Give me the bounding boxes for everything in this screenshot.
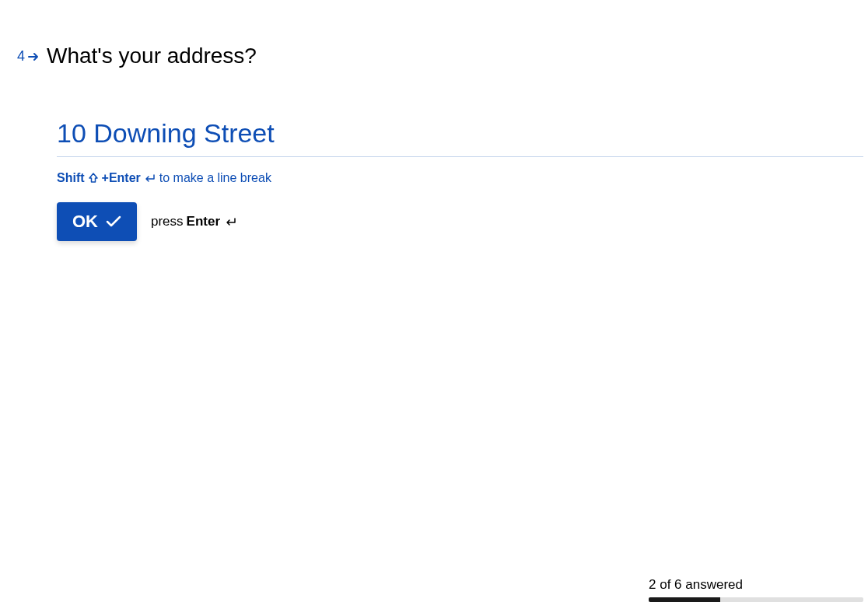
ok-button-label: OK — [72, 212, 98, 232]
question-container: 4 What's your address? Shift + Enter — [0, 0, 868, 241]
answer-area: Shift + Enter to make a line break OK — [57, 118, 863, 241]
check-icon — [106, 215, 121, 228]
press-enter-hint: press Enter — [151, 214, 237, 229]
hint-enter-word: Enter — [109, 171, 141, 185]
progress-label: 2 of 6 answered — [649, 577, 863, 593]
enter-word: Enter — [187, 214, 220, 229]
address-input[interactable] — [57, 118, 863, 157]
progress-fill — [649, 597, 720, 602]
action-row: OK press Enter — [57, 202, 863, 241]
progress-footer: 2 of 6 answered — [649, 577, 863, 602]
enter-icon — [144, 173, 156, 183]
hint-shift-word: Shift — [57, 171, 85, 185]
question-number: 4 — [17, 48, 25, 65]
question-title: What's your address? — [47, 42, 257, 70]
arrow-right-icon — [28, 52, 39, 61]
shift-icon — [88, 173, 99, 184]
hint-tail: to make a line break — [159, 171, 271, 185]
progress-bar — [649, 597, 863, 602]
enter-icon — [225, 217, 237, 226]
hint-plus: + — [102, 171, 109, 185]
ok-button[interactable]: OK — [57, 202, 137, 241]
question-number-wrap: 4 — [17, 42, 39, 65]
line-break-hint: Shift + Enter to make a line break — [57, 171, 863, 185]
press-word: press — [151, 214, 184, 229]
question-header: 4 What's your address? — [17, 42, 863, 70]
